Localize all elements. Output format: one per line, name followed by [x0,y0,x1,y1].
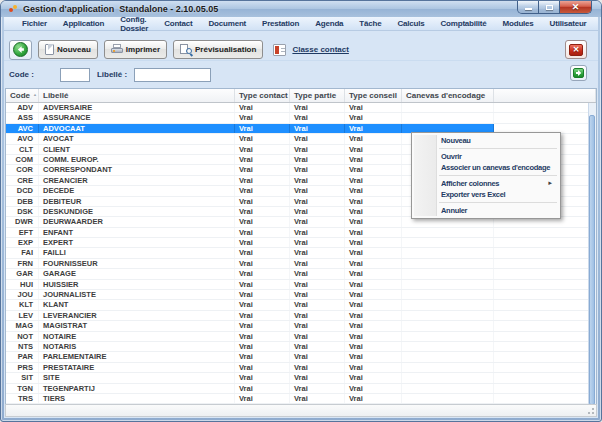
cell-canevas [402,238,494,247]
toolbar: Nouveau Imprimer Prévisualisation Classe… [4,31,598,61]
close-button[interactable]: ✕ [560,1,591,13]
table-row-mag[interactable]: MAGMAGISTRATVraiVraiVrai [6,321,596,331]
table-row-nts[interactable]: NTSNOTARISVraiVraiVrai [6,342,596,352]
cell-type-contact: Vrai [235,103,290,112]
column-header-type-contact[interactable]: Type contact [235,89,290,102]
search-go-button[interactable] [570,65,587,81]
cell-code: EXP [6,238,39,247]
column-header-code[interactable]: Code▲ [6,89,39,102]
preview-button[interactable]: Prévisualisation [173,40,263,59]
menubar-item-document[interactable]: Document [201,19,255,28]
context-menu-separator [439,175,557,176]
menubar-item-agenda[interactable]: Agenda [307,19,351,28]
cell-libelle: FAILLI [39,248,235,257]
cell-filler [494,363,596,372]
menubar-item-config-dossier[interactable]: Config. Dossier [112,15,156,33]
context-menu: NouveauOuvrirAssocier un canevas d'encod… [411,132,561,219]
cell-filler [494,321,596,330]
column-header-type-partie[interactable]: Type partie [290,89,345,102]
cell-type-contact: Vrai [235,176,290,185]
status-bar [5,404,597,417]
table-row-trs[interactable]: TRSTIERSVraiVraiVrai [6,394,596,404]
menubar-item-fichier[interactable]: Fichier [14,19,55,28]
cell-type-contact: Vrai [235,394,290,403]
table-row-sit[interactable]: SITSITEVraiVraiVrai [6,373,596,383]
table-row-par[interactable]: PARPARLEMENTAIREVraiVraiVrai [6,352,596,362]
libelle-input[interactable] [134,68,211,82]
table-row-gar[interactable]: GARGARAGEVraiVraiVrai [6,269,596,279]
cell-libelle: KLANT [39,300,235,309]
table-row-tgn[interactable]: TGNTEGENPARTIJVraiVraiVrai [6,384,596,394]
table-row-adv[interactable]: ADVADVERSAIREVraiVraiVrai [6,103,596,113]
cell-canevas [402,373,494,382]
cell-filler [494,342,596,351]
column-header-canevas-d-encodage[interactable]: Canevas d'encodage [402,89,494,102]
cell-code: PRS [6,363,39,372]
cell-filler [494,373,596,382]
maximize-button[interactable] [539,1,560,13]
table-row-prs[interactable]: PRSPRESTATAIREVraiVraiVrai [6,363,596,373]
menubar-item-calculs[interactable]: Calculs [389,19,432,28]
cell-code: DCD [6,186,39,195]
context-menu-item-ouvrir[interactable]: Ouvrir [413,151,559,162]
menubar-item-application[interactable]: Application [55,19,112,28]
cell-canevas [402,300,494,309]
titlebar[interactable]: Gestion d'application Standalone - 2.10.… [1,1,601,17]
cell-filler [494,311,596,320]
menubar-item-utilisateur[interactable]: Utilisateur [542,19,595,28]
scrollbar-thumb[interactable] [589,115,595,405]
table-row-jou[interactable]: JOUJOURNALISTEVraiVraiVrai [6,290,596,300]
column-header-libell-[interactable]: Libellé [39,89,235,102]
table-row-hui[interactable]: HUIHUISSIERVraiVraiVrai [6,280,596,290]
cell-type-partie: Vrai [290,248,345,257]
cell-code: JOU [6,290,39,299]
close-icon: ✕ [572,3,580,12]
menubar-item-modules[interactable]: Modules [495,19,542,28]
cell-type-contact: Vrai [235,124,290,133]
cell-code: MAG [6,321,39,330]
menubar-item-droits-d-acc-s[interactable]: Droits d'accès [595,15,602,33]
vertical-scrollbar[interactable] [588,103,596,405]
context-menu-item-nouveau[interactable]: Nouveau [413,135,559,146]
new-button[interactable]: Nouveau [38,40,98,59]
app-window: Gestion d'application Standalone - 2.10.… [0,0,602,422]
cell-type-conseil: Vrai [345,134,402,143]
table-row-frn[interactable]: FRNFOURNISSEURVraiVraiVrai [6,259,596,269]
back-button[interactable] [9,40,32,60]
code-input[interactable] [60,68,90,82]
table-row-klt[interactable]: KLTKLANTVraiVraiVrai [6,300,596,310]
exit-button[interactable]: ✕ [565,40,587,59]
cell-type-partie: Vrai [290,176,345,185]
table-row-ass[interactable]: ASSASSURANCEVraiVraiVrai [6,113,596,123]
cell-type-conseil: Vrai [345,311,402,320]
table-row-not[interactable]: NOTNOTAIREVraiVraiVrai [6,332,596,342]
column-header-type-conseil[interactable]: Type conseil [345,89,402,102]
minimize-button[interactable] [518,1,539,13]
cell-libelle: COMM. EUROP. [39,155,235,164]
table-row-exp[interactable]: EXPEXPERTVraiVraiVrai [6,238,596,248]
context-menu-item-afficher-colonnes[interactable]: Afficher colonnes► [413,178,559,189]
cell-type-partie: Vrai [290,373,345,382]
cell-filler [494,280,596,289]
context-menu-item-exporter-vers-excel[interactable]: Exporter vers Excel [413,189,559,200]
menubar-item-comptabilit-[interactable]: Comptabilité [433,19,495,28]
cell-type-partie: Vrai [290,269,345,278]
table-row-fai[interactable]: FAIFAILLIVraiVraiVrai [6,248,596,258]
print-button[interactable]: Imprimer [104,40,167,59]
table-row-lev[interactable]: LEVLEVERANCIERVraiVraiVrai [6,311,596,321]
cell-type-conseil: Vrai [345,342,402,351]
menubar-item-prestation[interactable]: Prestation [254,19,307,28]
menubar-item-contact[interactable]: Contact [156,19,200,28]
menubar-item-t-che[interactable]: Tâche [351,19,389,28]
cell-type-partie: Vrai [290,332,345,341]
cell-libelle: ENFANT [39,228,235,237]
resize-grip[interactable] [586,406,594,414]
classe-contact-link[interactable]: Classe contact [292,45,348,54]
cell-type-conseil: Vrai [345,332,402,341]
maximize-icon [546,5,553,10]
context-menu-item-associer-un-canevas-d-encodage[interactable]: Associer un canevas d'encodage [413,162,559,173]
red-x-icon: ✕ [569,44,583,56]
context-menu-item-annuler[interactable]: Annuler [413,205,559,216]
table-row-eft[interactable]: EFTENFANTVraiVraiVrai [6,228,596,238]
cell-type-partie: Vrai [290,103,345,112]
